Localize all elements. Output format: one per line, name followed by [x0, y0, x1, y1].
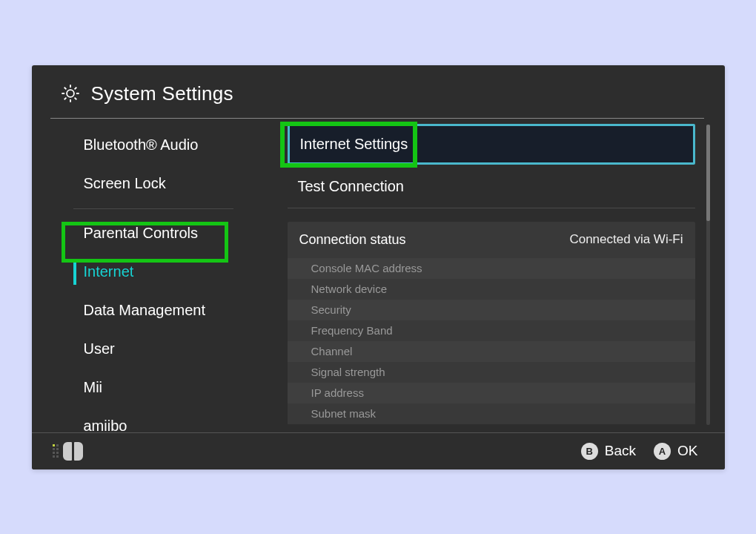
header: System Settings	[32, 65, 725, 118]
connection-status-value: Connected via Wi-Fi	[569, 232, 683, 247]
sidebar-item-label: Data Management	[84, 302, 206, 319]
svg-line-8	[74, 88, 76, 90]
sidebar-item-label: Parental Controls	[84, 225, 199, 242]
status-row-subnet-mask: Subnet mask	[288, 403, 695, 424]
body: Bluetooth® Audio Screen Lock Parental Co…	[32, 119, 725, 426]
svg-point-0	[67, 90, 74, 97]
status-row-security: Security	[288, 300, 695, 320]
console-window: System Settings Bluetooth® Audio Screen …	[32, 65, 725, 469]
ok-button[interactable]: A OK	[654, 443, 697, 460]
footer-left	[53, 442, 83, 461]
sidebar: Bluetooth® Audio Screen Lock Parental Co…	[32, 119, 254, 426]
sidebar-item-internet[interactable]: Internet	[32, 253, 254, 291]
option-internet-settings[interactable]: Internet Settings	[288, 124, 695, 165]
option-test-connection[interactable]: Test Connection	[288, 168, 695, 205]
connection-status-title: Connection status	[299, 232, 406, 248]
sidebar-item-label: Internet	[84, 263, 134, 280]
main-divider	[288, 208, 695, 208]
sidebar-item-user[interactable]: User	[32, 330, 254, 369]
b-button-icon: B	[581, 443, 598, 460]
connection-status-panel: Connection status Connected via Wi-Fi Co…	[288, 222, 695, 424]
scrollbar-thumb[interactable]	[706, 125, 710, 221]
sidebar-item-label: User	[84, 340, 115, 357]
page-title: System Settings	[91, 82, 233, 105]
controller-icon	[63, 442, 83, 461]
footer-right: B Back A OK	[581, 443, 698, 460]
scrollbar[interactable]	[706, 125, 710, 425]
sidebar-item-label: Mii	[84, 379, 103, 396]
status-row-ip-address: IP address	[288, 383, 695, 403]
a-button-icon: A	[654, 443, 671, 460]
gear-icon	[60, 83, 81, 104]
svg-line-6	[74, 98, 76, 100]
back-label: Back	[605, 443, 636, 459]
controller-indicator-icon	[53, 444, 59, 458]
sidebar-item-mii[interactable]: Mii	[32, 369, 254, 407]
sidebar-item-data-management[interactable]: Data Management	[32, 291, 254, 330]
status-row-channel: Channel	[288, 341, 695, 362]
status-row-frequency-band: Frequency Band	[288, 320, 695, 341]
sidebar-item-label: Screen Lock	[84, 175, 166, 192]
back-button[interactable]: B Back	[581, 443, 636, 460]
ok-label: OK	[677, 443, 697, 459]
main-panel: Internet Settings Test Connection Connec…	[254, 119, 725, 426]
status-row-network-device: Network device	[288, 279, 695, 300]
sidebar-item-label: Bluetooth® Audio	[84, 136, 199, 154]
option-label: Test Connection	[298, 178, 404, 195]
connection-status-header: Connection status Connected via Wi-Fi	[288, 222, 695, 258]
footer: B Back A OK	[32, 432, 725, 469]
option-label: Internet Settings	[300, 136, 408, 153]
sidebar-item-screen-lock[interactable]: Screen Lock	[32, 165, 254, 203]
svg-line-5	[64, 88, 66, 90]
status-row-mac-address: Console MAC address	[288, 258, 695, 279]
sidebar-item-bluetooth-audio[interactable]: Bluetooth® Audio	[32, 126, 254, 165]
sidebar-divider	[73, 208, 233, 209]
status-row-signal-strength: Signal strength	[288, 362, 695, 383]
sidebar-item-parental-controls[interactable]: Parental Controls	[32, 214, 254, 253]
svg-line-7	[64, 98, 66, 100]
